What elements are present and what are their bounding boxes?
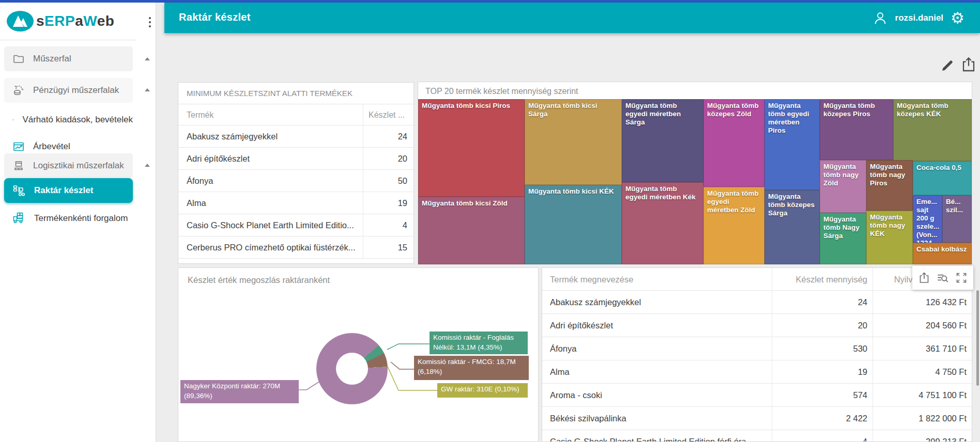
treemap-cell[interactable]: Műgyanta tömb közepes Sárga	[764, 190, 820, 264]
sidebar-item-muszerfal[interactable]: Műszerfal	[4, 46, 133, 71]
treemap-cell[interactable]: Bé... szil...	[942, 195, 972, 243]
treemap-cell[interactable]: Csabai kolbász	[913, 243, 972, 264]
table-row[interactable]: Abakusz számjegyekkel24	[178, 125, 414, 148]
treemap-cell[interactable]: Műgyanta tömb Nagy Sárga	[820, 213, 866, 264]
sidebar-item-termekenkenti-forgalom[interactable]: Termékenkénti forgalom	[4, 206, 133, 231]
collapse-caret-icon[interactable]	[145, 164, 150, 167]
column-header-keszlet[interactable]: Készlet ...	[363, 104, 414, 125]
sidebar: sERPaWeb Műszerfal Pénzügyi műszerfalak	[0, 3, 156, 442]
table-row[interactable]: Aroma - csoki5744 751 100 Ft	[542, 384, 972, 407]
treemap-cell[interactable]: Műgyanta tömb egyedi méretben Sárga	[622, 99, 703, 182]
donut-callout-label[interactable]: GW raktár: 310E (0,10%)	[437, 383, 528, 398]
line-chart-icon	[12, 114, 14, 126]
sidebar-item-logisztikai-muszerfalak[interactable]: Logisztikai műszerfalak	[4, 153, 133, 178]
sidebar-item-label: Műszerfal	[33, 54, 71, 64]
export-icon[interactable]	[960, 56, 977, 73]
treemap-cell[interactable]: Műgyanta tömb kicsi Zöld	[418, 197, 525, 264]
table-cell: 4 751 100 Ft	[873, 384, 972, 406]
app-header: Raktár készlet rozsi.daniel ⚙	[164, 3, 980, 33]
sidebar-item-label: Logisztikai műszerfalak	[33, 161, 124, 171]
table-cell: Adri építőkészlet	[542, 314, 772, 337]
donut-callout-label[interactable]: Nagyker Központi raktár: 270M (89,36%)	[180, 380, 299, 403]
maximize-icon[interactable]	[955, 272, 968, 284]
treemap-cell[interactable]: Eme... sajt 200 g szele... (Von... 1234.…	[913, 195, 942, 243]
treemap-cell[interactable]: Műgyanta tömb kicsi Piros	[418, 99, 525, 197]
donut-callout-label[interactable]: Komissió raktár - FMCG: 18,7M (6,18%)	[414, 356, 529, 380]
table-cell: Békési szilvapálinka	[542, 407, 772, 430]
panel-minimum-stock: MINIMUM KÉSZLETSZINT ALATTI TERMÉKEK Ter…	[178, 82, 414, 264]
table-cell: 574	[772, 384, 873, 406]
table-cell: 50	[363, 170, 414, 192]
table-cell: 24	[363, 125, 414, 148]
sidebar-item-label: Pénzügyi műszerfalak	[33, 85, 119, 96]
table-cell: 20	[772, 314, 873, 337]
table-cell: 204 560 Ft	[873, 314, 972, 337]
table-cell: Abakusz számjegyekkel	[542, 291, 772, 313]
treemap-cell[interactable]: Műgyanta tömb kicsi Sárga	[525, 99, 622, 185]
table-row[interactable]: Cerberus PRO címezhető optikai füstérzék…	[178, 236, 414, 259]
table-cell: Cerberus PRO címezhető optikai füstérzék…	[178, 236, 363, 259]
inspect-data-icon[interactable]	[936, 271, 950, 285]
table-cell: 2 422	[772, 407, 873, 430]
export-icon[interactable]	[918, 271, 930, 285]
table-row[interactable]: Alma19	[178, 192, 414, 214]
table-row[interactable]: Áfonya50	[178, 170, 414, 192]
table-cell: Áfonya	[178, 170, 363, 192]
treemap-chart: Műgyanta tömb kicsi PirosMűgyanta tömb k…	[418, 99, 972, 264]
table-header-row: Termék megnevezése Készlet mennyiség Nyi…	[542, 268, 972, 291]
logo-text: sERPaWeb	[36, 13, 114, 29]
table-row[interactable]: Casio G-Shock Planet Earth Limited Editi…	[542, 430, 972, 442]
collapse-caret-icon[interactable]	[145, 57, 150, 60]
column-header-termek-megnevezese[interactable]: Termék megnevezése	[542, 268, 772, 290]
donut-callout-label[interactable]: Komissió raktár - Foglalás Nélkül: 13,1M…	[430, 332, 528, 354]
table-cell: 15	[363, 236, 414, 259]
treemap-cell[interactable]: Műgyanta tömb egyedi méretben Zöld	[703, 187, 764, 264]
sidebar-item-varhato-kiadasok[interactable]: Várható kiadások, bevételek	[4, 107, 133, 132]
treemap-cell[interactable]: Műgyanta tömb egyedi méretben Kék	[622, 182, 703, 264]
treemap-cell[interactable]: Műgyanta tömb nagy Piros	[866, 160, 913, 211]
table-row[interactable]: Adri építőkészlet20	[178, 148, 414, 170]
treemap-cell[interactable]: Műgyanta tömb közepes KÉK	[893, 99, 972, 161]
treemap-cell[interactable]: Coca-cola 0,5	[913, 161, 972, 195]
column-header-keszlet-mennyiseg[interactable]: Készlet mennyiség	[772, 268, 873, 290]
table-body: Abakusz számjegyekkel24Adri építőkészlet…	[178, 125, 414, 259]
table-row[interactable]: Békési szilvapálinka2 4221 822 000 Ft	[542, 407, 972, 430]
treemap-cell[interactable]: Műgyanta tömb közepes Piros	[820, 99, 893, 160]
treemap-cell[interactable]: Műgyanta tömb nagy KÉK	[866, 211, 913, 264]
panel-title: MINIMUM KÉSZLETSZINT ALATTI TERMÉKEK	[178, 83, 414, 104]
serpa-logo-icon	[6, 10, 34, 32]
sidebar-divider	[0, 40, 136, 40]
panel-stock-table: Termék megnevezése Készlet mennyiség Nyi…	[542, 267, 972, 442]
delivery-truck-icon	[12, 212, 26, 225]
table-cell: 361 710 Ft	[873, 337, 972, 360]
kebab-menu-icon[interactable]	[145, 15, 155, 30]
scrollbar-thumb[interactable]	[976, 290, 979, 386]
username-label: rozsi.daniel	[895, 13, 944, 23]
treemap-cell[interactable]: Műgyanta tömb közepes Zöld	[703, 99, 764, 187]
table-cell: 299 213 Ft	[873, 430, 972, 442]
table-row[interactable]: Alma194 750 Ft	[542, 360, 972, 384]
table-header-row: Termék Készlet ...	[178, 104, 414, 125]
logo: sERPaWeb	[0, 7, 156, 36]
table-row[interactable]: Adri építőkészlet20204 560 Ft	[542, 314, 972, 337]
settings-gear-icon[interactable]: ⚙	[951, 10, 964, 26]
table-row[interactable]: Casio G-Shock Planet Earth Limited Editi…	[178, 214, 414, 236]
table-cell: Alma	[542, 360, 772, 383]
folder-icon	[12, 53, 25, 65]
table-row[interactable]: Abakusz számjegyekkel24126 432 Ft	[542, 291, 972, 314]
sidebar-item-penzugyi-muszerfalak[interactable]: Pénzügyi műszerfalak	[4, 78, 133, 103]
treemap-cell[interactable]: Műgyanta tömb kicsi KÉK	[525, 185, 622, 264]
user-menu[interactable]: rozsi.daniel ⚙	[872, 3, 964, 33]
collapse-caret-icon[interactable]	[145, 88, 150, 91]
table-cell: Aroma - csoki	[542, 384, 772, 406]
sidebar-item-raktar-keszlet[interactable]: Raktár készlet	[4, 178, 133, 203]
edit-pencil-icon[interactable]	[940, 58, 955, 73]
table-row[interactable]: Áfonya530361 710 Ft	[542, 337, 972, 360]
donut-hole	[336, 353, 368, 385]
table-cell: Abakusz számjegyekkel	[178, 125, 363, 148]
treemap-cell[interactable]: Műgyanta tömb egyedi méretben Piros	[764, 99, 820, 190]
panel-title: TOP 20 termék készlet mennyiség szerint	[418, 82, 972, 99]
column-header-termek[interactable]: Termék	[178, 104, 363, 125]
treemap-cell[interactable]: Műgyanta tömb nagy Zöld	[820, 160, 866, 213]
table-cell: 4 750 Ft	[873, 360, 972, 383]
